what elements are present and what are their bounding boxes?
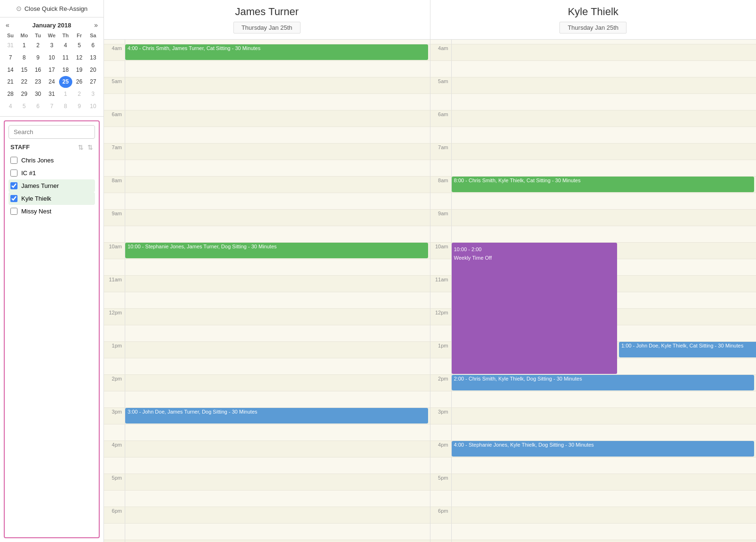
calendar-event[interactable]: 3:00 - John Doe, James Turner, Dog Sitti… [125, 408, 428, 423]
next-month-button[interactable]: » [92, 21, 100, 29]
time-cell[interactable] [452, 144, 756, 160]
time-cell[interactable] [125, 524, 430, 540]
time-cell[interactable] [125, 309, 430, 325]
time-cell[interactable] [452, 524, 756, 540]
search-input[interactable] [9, 125, 95, 139]
calendar-day[interactable]: 6 [86, 40, 100, 51]
time-cell[interactable] [452, 474, 756, 490]
calendar-event[interactable]: 8:00 - Chris Smith, Kyle Thielk, Cat Sit… [452, 177, 755, 192]
calendar-day[interactable]: 5 [17, 101, 31, 112]
staff-item[interactable]: IC #1 [9, 167, 95, 179]
calendar-day[interactable]: 17 [45, 64, 58, 76]
time-cell[interactable] [452, 391, 756, 407]
time-cell[interactable] [452, 40, 756, 44]
time-cell[interactable] [125, 94, 430, 110]
calendar-event[interactable]: 10:00 - Stephanie Jones, James Turner, D… [125, 243, 428, 258]
james-turner-time-grid[interactable]: 12am1am2am3am4am5am6am7am8am9am10am11am1… [104, 40, 430, 542]
prev-month-button[interactable]: « [4, 21, 11, 29]
calendar-day[interactable]: 3 [86, 88, 100, 100]
time-cell[interactable] [452, 160, 756, 176]
time-cell[interactable] [125, 424, 430, 440]
time-cell[interactable] [125, 276, 430, 292]
close-quick-reassign-button[interactable]: ⊙ Close Quick Re-Assign [0, 0, 103, 17]
calendar-day[interactable]: 4 [59, 40, 72, 51]
staff-checkbox[interactable] [10, 182, 17, 189]
calendar-day[interactable]: 31 [45, 88, 58, 100]
calendar-day[interactable]: 21 [4, 76, 17, 88]
time-cell[interactable] [452, 44, 756, 60]
time-cell[interactable] [125, 474, 430, 490]
time-cell[interactable] [452, 457, 756, 474]
calendar-day[interactable]: 8 [17, 52, 31, 64]
time-cell[interactable] [452, 77, 756, 93]
calendar-day[interactable]: 1 [17, 40, 31, 51]
staff-item[interactable]: James Turner [9, 179, 95, 192]
calendar-event[interactable]: 1:00 - John Doe, Kyle Thielk, Cat Sittin… [619, 342, 756, 357]
time-cell[interactable] [452, 127, 756, 143]
time-cell[interactable] [125, 144, 430, 160]
time-cell[interactable] [125, 160, 430, 176]
calendar-day[interactable]: 5 [73, 40, 86, 51]
time-cell[interactable] [125, 540, 430, 542]
staff-checkbox[interactable] [10, 169, 17, 177]
calendar-day[interactable]: 7 [4, 52, 17, 64]
calendar-day[interactable]: 18 [59, 64, 72, 76]
time-cell[interactable] [452, 491, 756, 507]
time-cell[interactable] [125, 177, 430, 193]
staff-item[interactable]: Missy Nest [9, 205, 95, 218]
time-cell[interactable] [452, 110, 756, 127]
calendar-day[interactable]: 29 [17, 88, 31, 100]
calendar-day[interactable]: 9 [73, 101, 86, 112]
time-cell[interactable] [125, 507, 430, 523]
time-cell[interactable] [452, 226, 756, 242]
staff-checkbox[interactable] [10, 195, 17, 202]
time-cell[interactable] [125, 259, 430, 275]
time-cell[interactable] [125, 110, 430, 127]
calendar-day[interactable]: 14 [4, 64, 17, 76]
time-cell[interactable] [125, 210, 430, 226]
calendar-day[interactable]: 23 [31, 76, 44, 88]
calendar-day[interactable]: 2 [73, 88, 86, 100]
time-cell[interactable] [125, 457, 430, 474]
calendar-day[interactable]: 10 [86, 101, 100, 112]
calendar-day[interactable]: 24 [45, 76, 58, 88]
time-cell[interactable] [452, 61, 756, 77]
time-cell[interactable] [452, 94, 756, 110]
calendar-event[interactable]: 10:00 - 2:00 Weekly Time Off [452, 243, 617, 374]
time-cell[interactable] [125, 77, 430, 93]
calendar-event[interactable]: 4:00 - Stephanie Jones, Kyle Thielk, Dog… [452, 441, 755, 457]
calendar-day[interactable]: 10 [45, 52, 58, 64]
calendar-event[interactable]: 2:00 - Chris Smith, Kyle Thielk, Dog Sit… [452, 375, 755, 390]
time-cell[interactable] [125, 391, 430, 407]
calendar-day[interactable]: 27 [86, 76, 100, 88]
calendar-day[interactable]: 11 [59, 52, 72, 64]
time-cell[interactable] [125, 292, 430, 308]
calendar-day[interactable]: 31 [4, 40, 17, 51]
calendar-day[interactable]: 30 [31, 88, 44, 100]
calendar-day[interactable]: 20 [86, 64, 100, 76]
time-cell[interactable] [125, 375, 430, 391]
time-cell[interactable] [125, 61, 430, 77]
time-cell[interactable] [452, 408, 756, 424]
time-cell[interactable] [125, 491, 430, 507]
time-cell[interactable] [452, 507, 756, 523]
calendar-day[interactable]: 22 [17, 76, 31, 88]
calendar-day[interactable]: 6 [31, 101, 44, 112]
time-cell[interactable] [452, 210, 756, 226]
time-cell[interactable] [125, 226, 430, 242]
calendar-day[interactable]: 4 [4, 101, 17, 112]
time-cell[interactable] [125, 441, 430, 457]
calendar-day[interactable]: 16 [31, 64, 44, 76]
time-cell[interactable] [125, 127, 430, 143]
calendar-day[interactable]: 15 [17, 64, 31, 76]
time-cell[interactable] [452, 193, 756, 209]
time-cell[interactable] [125, 40, 430, 44]
staff-checkbox[interactable] [10, 208, 17, 215]
staff-item[interactable]: Chris Jones [9, 154, 95, 167]
time-cell[interactable] [125, 342, 430, 358]
calendar-day[interactable]: 1 [59, 88, 72, 100]
calendar-day[interactable]: 3 [45, 40, 58, 51]
time-cell[interactable] [125, 193, 430, 209]
staff-item[interactable]: Kyle Thielk [9, 192, 95, 205]
calendar-event[interactable]: 4:00 - Chris Smith, James Turner, Cat Si… [125, 44, 428, 60]
